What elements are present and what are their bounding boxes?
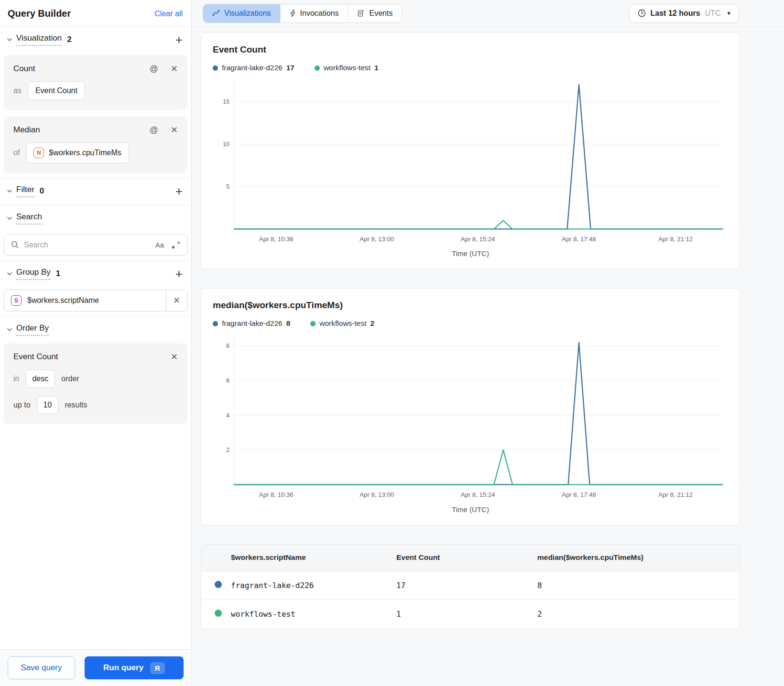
save-query-button[interactable]: Save query [8,656,75,679]
x-axis-title: Time (UTC) [213,249,728,260]
mention-icon[interactable]: @ [150,126,158,134]
chevron-down-icon[interactable] [5,36,14,43]
order-direction-select[interactable]: desc [25,370,55,388]
of-label: of [13,149,20,157]
close-icon[interactable]: ✕ [171,64,178,73]
remove-group-by-button[interactable]: ✕ [166,290,187,311]
event-count-chart[interactable]: 51015Apr 8, 10:36Apr 8, 13:00Apr 8, 15:2… [213,77,728,248]
legend-item[interactable]: workflows-test1 [315,64,379,72]
close-icon[interactable]: ✕ [173,296,180,305]
order-by-section: Order By [0,317,191,339]
median-field-selector[interactable]: N $workers.cpuTimeMs [26,142,129,163]
chevron-down-icon[interactable] [5,270,14,277]
run-query-button[interactable]: Run query R [85,656,184,679]
event-count-chart-card: Event Count fragrant-lake-d22617workflow… [201,32,740,269]
table-row[interactable]: workflows-test12 [201,600,740,629]
field-value: $workers.cpuTimeMs [49,149,121,157]
column-script-name[interactable]: $workers.scriptName [231,545,396,571]
tab-label: Events [369,9,392,18]
legend-dot-icon [213,65,218,71]
table-row[interactable]: fragrant-lake-d226178 [201,571,740,600]
number-type-icon: N [33,148,44,158]
series-color-column [201,545,231,571]
svg-text:Apr 8, 10:36: Apr 8, 10:36 [259,236,294,243]
alias-value: Event Count [35,86,77,95]
legend-series-total: 1 [374,64,379,72]
group-by-item[interactable]: S $workers.scriptName ✕ [4,289,187,311]
svg-text:Apr 8, 13:00: Apr 8, 13:00 [359,236,394,243]
event-count-alias-field[interactable]: Event Count [28,81,85,100]
legend-series-total: 8 [286,319,291,328]
match-case-icon[interactable]: Aa [155,241,164,249]
tab-visualizations[interactable]: Visualizations [203,4,280,22]
order-label: order [61,375,79,383]
chevron-down-icon[interactable] [5,215,14,222]
tab-label: Visualizations [224,9,271,18]
chart-icon [212,10,220,17]
regex-icon[interactable]: * [172,241,180,249]
legend-dot-icon [213,321,218,326]
legend-series-name: workflows-test [319,319,366,328]
svg-text:6: 6 [226,377,229,384]
result-limit-input[interactable]: 10 [37,396,59,414]
svg-text:Apr 8, 17:48: Apr 8, 17:48 [562,236,596,243]
search-box: Aa * [4,234,187,256]
tab-events[interactable]: Events [348,4,402,22]
close-icon[interactable]: ✕ [171,126,178,134]
visualization-card-count: Count @ ✕ as Event Count [4,55,187,110]
run-query-label: Run query [103,663,143,673]
time-range-value: Last 12 hours [651,9,700,18]
tab-invocations[interactable]: Invocations [280,4,348,22]
legend-item[interactable]: fragrant-lake-d2268 [213,319,290,328]
close-icon[interactable]: ✕ [171,353,178,361]
search-section: Search [0,205,191,227]
main-content: Visualizations Invocations Events [192,0,784,686]
legend-dot-icon [315,65,320,71]
query-builder-sidebar: Query Builder Clear all Visualization 2 … [0,0,192,686]
x-axis-title: Time (UTC) [213,505,728,516]
add-group-by-button[interactable]: + [174,269,184,279]
app-root: Query Builder Clear all Visualization 2 … [0,0,784,686]
search-input[interactable] [24,241,151,249]
filter-section: Filter 0 + [0,178,191,200]
svg-text:Apr 8, 13:00: Apr 8, 13:00 [359,491,394,498]
search-section-label[interactable]: Search [16,212,42,225]
median-cputime-chart[interactable]: 2468Apr 8, 10:36Apr 8, 13:00Apr 8, 15:24… [213,332,728,504]
clock-icon [638,9,646,17]
svg-text:Apr 8, 21:12: Apr 8, 21:12 [658,491,693,498]
group-by-section-label[interactable]: Group By [16,268,51,280]
legend-series-total: 2 [370,319,374,328]
timezone-label: UTC [705,9,721,18]
median-cell: 2 [537,600,740,629]
string-type-icon: S [11,295,22,306]
add-visualization-button[interactable]: + [174,35,184,44]
order-by-section-label[interactable]: Order By [16,323,49,336]
chevron-down-icon[interactable] [5,188,14,194]
chevron-down-icon[interactable] [5,326,14,333]
svg-text:Apr 8, 17:48: Apr 8, 17:48 [562,491,596,498]
column-event-count[interactable]: Event Count [396,545,537,571]
time-range-selector[interactable]: Last 12 hours UTC ▾ [629,4,739,23]
svg-text:Apr 8, 21:12: Apr 8, 21:12 [658,236,693,243]
visualization-section: Visualization 2 + [0,27,191,49]
mention-icon[interactable]: @ [150,64,158,73]
svg-text:10: 10 [223,141,229,148]
filter-section-label[interactable]: Filter [16,185,34,197]
series-color-cell [201,571,231,600]
legend-series-name: workflows-test [324,64,370,72]
svg-text:2: 2 [226,447,229,453]
script-name-cell: workflows-test [231,600,396,629]
svg-text:15: 15 [223,98,229,105]
visualization-section-label[interactable]: Visualization [16,33,62,46]
add-filter-button[interactable]: + [174,186,184,196]
svg-text:4: 4 [226,412,229,419]
legend-item[interactable]: fragrant-lake-d22617 [213,64,294,72]
legend-item[interactable]: workflows-test2 [310,319,374,328]
column-median[interactable]: median($workers.cpuTimeMs) [537,545,740,571]
chart-legend: fragrant-lake-d22617workflows-test1 [213,64,728,72]
up-to-label: up to [13,401,31,409]
clear-all-button[interactable]: Clear all [154,10,183,18]
group-by-field: $workers.scriptName [27,296,99,305]
group-by-section: Group By 1 + [0,261,191,283]
series-dot-icon [215,610,222,617]
